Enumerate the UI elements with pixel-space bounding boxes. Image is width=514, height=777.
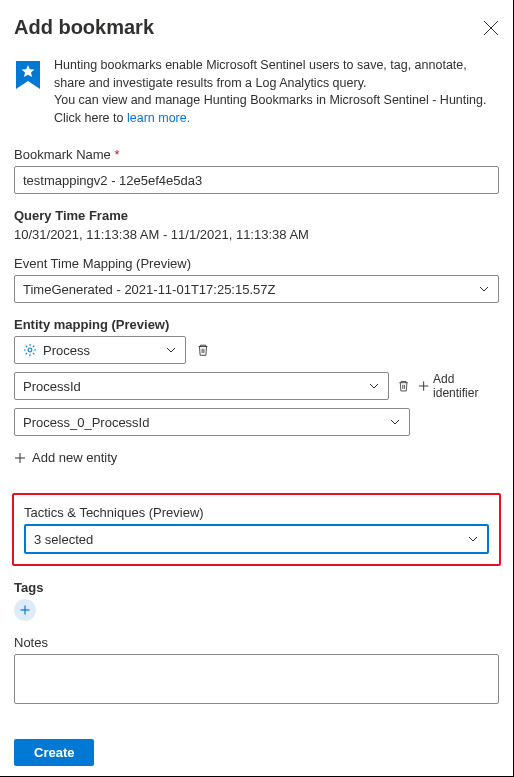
delete-icon[interactable]	[397, 379, 410, 393]
bookmark-icon	[14, 59, 42, 91]
add-entity-button[interactable]: Add new entity	[14, 450, 117, 465]
bookmark-name-label-text: Bookmark Name	[14, 147, 111, 162]
value-field-value: Process_0_ProcessId	[23, 415, 149, 430]
learn-more-link[interactable]: learn more.	[127, 111, 190, 125]
info-line3-prefix: Click here to	[54, 111, 127, 125]
notes-textarea[interactable]	[14, 654, 499, 704]
chevron-down-icon	[478, 283, 490, 295]
entity-type-select[interactable]: Process	[14, 336, 186, 364]
tags-label: Tags	[14, 580, 499, 595]
gear-icon	[23, 343, 37, 357]
add-entity-label: Add new entity	[32, 450, 117, 465]
bookmark-name-input[interactable]	[14, 166, 499, 194]
svg-point-2	[28, 348, 32, 352]
query-time-value: 10/31/2021, 11:13:38 AM - 11/1/2021, 11:…	[14, 227, 499, 242]
plus-icon	[418, 380, 429, 392]
query-time-label: Query Time Frame	[14, 208, 499, 223]
event-time-select[interactable]: TimeGenerated - 2021-11-01T17:25:15.57Z	[14, 275, 499, 303]
bookmark-name-field[interactable]	[23, 173, 490, 188]
identifier-select[interactable]: ProcessId	[14, 372, 389, 400]
create-button[interactable]: Create	[14, 739, 94, 766]
page-title: Add bookmark	[14, 16, 154, 39]
delete-icon[interactable]	[196, 343, 210, 357]
tactics-highlight: Tactics & Techniques (Preview) 3 selecte…	[12, 493, 501, 566]
plus-icon	[14, 452, 26, 464]
event-time-value: TimeGenerated - 2021-11-01T17:25:15.57Z	[23, 282, 275, 297]
add-tag-button[interactable]	[14, 599, 36, 621]
chevron-down-icon	[368, 380, 380, 392]
tactics-value: 3 selected	[34, 532, 93, 547]
close-icon[interactable]	[483, 20, 499, 36]
notes-label: Notes	[14, 635, 499, 650]
info-line1: Hunting bookmarks enable Microsoft Senti…	[54, 58, 467, 90]
identifier-value: ProcessId	[23, 379, 81, 394]
tactics-label: Tactics & Techniques (Preview)	[24, 505, 489, 520]
chevron-down-icon	[467, 533, 479, 545]
plus-icon	[19, 604, 31, 616]
entity-mapping-label: Entity mapping (Preview)	[14, 317, 499, 332]
event-time-label: Event Time Mapping (Preview)	[14, 256, 499, 271]
entity-type-value: Process	[43, 343, 90, 358]
value-field-select[interactable]: Process_0_ProcessId	[14, 408, 410, 436]
chevron-down-icon	[389, 416, 401, 428]
tactics-select[interactable]: 3 selected	[24, 524, 489, 554]
chevron-down-icon	[165, 344, 177, 356]
add-identifier-label: Add identifier	[433, 372, 499, 400]
info-text: Hunting bookmarks enable Microsoft Senti…	[54, 57, 499, 127]
bookmark-name-label: Bookmark Name *	[14, 147, 499, 162]
add-identifier-button[interactable]: Add identifier	[418, 372, 499, 400]
info-line2: You can view and manage Hunting Bookmark…	[54, 93, 486, 107]
